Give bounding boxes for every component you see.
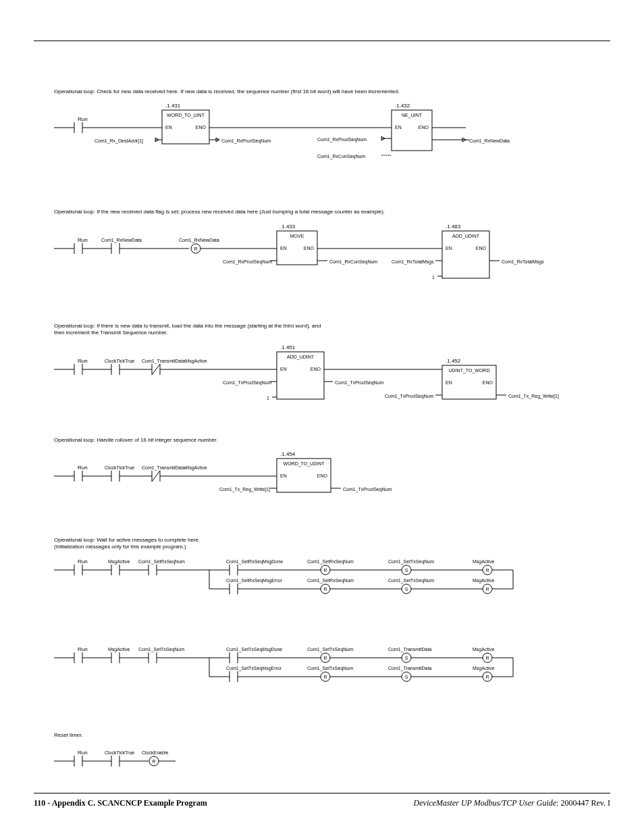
svg-text:ClockTickTrue: ClockTickTrue xyxy=(105,359,134,363)
svg-text:Run: Run xyxy=(78,558,88,565)
svg-text:Com1_SetTxSeqMsgDone: Com1_SetTxSeqMsgDone xyxy=(226,647,282,652)
rung6-comment: Reset timer. xyxy=(54,732,590,739)
svg-text:.1.452: .1.452 xyxy=(446,358,461,364)
svg-text:WORD_TO_UINT: WORD_TO_UINT xyxy=(167,113,205,118)
svg-text:Com1_SetTxSeqNum: Com1_SetTxSeqNum xyxy=(388,559,434,565)
svg-text:Com1_RxProdSeqNum: Com1_RxProdSeqNum xyxy=(221,138,271,144)
svg-line-70 xyxy=(152,364,160,375)
svg-text:Run: Run xyxy=(78,750,88,756)
svg-text:UDINT_TO_WORD: UDINT_TO_WORD xyxy=(449,368,490,373)
svg-text:Com1_SetTxSeqNum: Com1_SetTxSeqNum xyxy=(307,647,353,652)
svg-text:Com1_RxProdSeqNum: Com1_RxProdSeqNum xyxy=(317,137,367,142)
svg-text:R: R xyxy=(194,246,197,251)
svg-text:Com1_RxTotalMsgs: Com1_RxTotalMsgs xyxy=(502,259,544,265)
svg-text:S: S xyxy=(405,656,408,660)
svg-text:Run: Run xyxy=(78,646,88,652)
svg-text:Com1_SetTxSeqNum: Com1_SetTxSeqNum xyxy=(138,647,184,652)
svg-text:Com1_RxProdSeqNum: Com1_RxProdSeqNum xyxy=(223,259,272,265)
svg-text:Com1_SetRxSeqNum: Com1_SetRxSeqNum xyxy=(138,559,185,565)
svg-text:.1.454: .1.454 xyxy=(280,451,296,457)
rung4: Run ClockTickTrue Com1_TransmitDataMsgAc… xyxy=(54,449,590,517)
svg-text:MsgActive: MsgActive xyxy=(473,666,494,671)
footer-right: DeviceMaster UP Modbus/TCP User Guide: 2… xyxy=(414,798,610,808)
svg-text:Com1_RxNewData: Com1_RxNewData xyxy=(179,238,219,243)
svg-text:1: 1 xyxy=(267,396,269,400)
svg-text:Com1_RxConSeqNum: Com1_RxConSeqNum xyxy=(329,259,377,265)
svg-text:ENO: ENO xyxy=(483,380,493,385)
rung5-row2: Run MsgActive Com1_SetTxSeqNum Com1_SetT… xyxy=(54,644,590,712)
rung2-comment: Operational loop: If the new received da… xyxy=(54,209,590,215)
svg-text:EN: EN xyxy=(395,125,402,130)
svg-text:ADD_UDINT: ADD_UDINT xyxy=(287,355,315,360)
svg-text:ENO: ENO xyxy=(304,246,315,251)
svg-text:Com1_SetRxSeqNum: Com1_SetRxSeqNum xyxy=(307,559,354,565)
svg-text:EN: EN xyxy=(280,473,287,478)
rung1: Run .1.431 WORD_TO_UINT EN ENO Com1_Rx_D… xyxy=(54,101,590,188)
svg-text:.1.432: .1.432 xyxy=(395,103,410,109)
svg-text:1: 1 xyxy=(432,275,435,280)
svg-text:MsgActive: MsgActive xyxy=(473,578,494,583)
svg-text:R: R xyxy=(485,675,489,679)
svg-text:.1.433: .1.433 xyxy=(280,224,296,230)
svg-text:.1.451: .1.451 xyxy=(280,344,296,350)
svg-text:ClockEnable: ClockEnable xyxy=(142,750,168,755)
svg-text:WORD_TO_UDINT: WORD_TO_UDINT xyxy=(284,461,325,467)
svg-text:Com1_TransmitDataMsgActive: Com1_TransmitDataMsgActive xyxy=(142,465,207,471)
svg-text:R: R xyxy=(152,759,155,764)
rung1-comment: Operational loop: Check for new data rec… xyxy=(54,88,590,95)
svg-text:R: R xyxy=(485,587,489,592)
footer-left: 110 - Appendix C. SCANCNCP Example Progr… xyxy=(34,798,207,808)
svg-text:ENO: ENO xyxy=(317,473,328,478)
svg-text:Com1_TransmitData: Com1_TransmitData xyxy=(388,666,431,671)
svg-text:Com1_SetTxSeqNum: Com1_SetTxSeqNum xyxy=(388,578,434,583)
svg-line-105 xyxy=(152,471,160,481)
svg-text:Run: Run xyxy=(78,358,88,364)
svg-text:NE_UINT: NE_UINT xyxy=(402,113,423,118)
rung2: Run Com1_RxNewData Com1_RxNewData R .1.4… xyxy=(54,221,590,303)
svg-text:EN: EN xyxy=(165,125,172,130)
svg-text:R: R xyxy=(485,656,489,660)
svg-text:R: R xyxy=(323,675,327,679)
svg-text:ClockTickTrue: ClockTickTrue xyxy=(105,465,134,470)
svg-text:ENO: ENO xyxy=(196,125,207,130)
svg-text:ClockTickTrue: ClockTickTrue xyxy=(105,750,134,755)
svg-text:ENO: ENO xyxy=(311,367,321,371)
svg-text:Com1_TransmitData: Com1_TransmitData xyxy=(388,647,431,652)
svg-text:Com1_SetRxSeqNum: Com1_SetRxSeqNum xyxy=(307,578,354,583)
svg-text:Com1_Tx_Reg_Write[1]: Com1_Tx_Reg_Write[1] xyxy=(219,487,270,492)
svg-text:Com1_TransmitDataMsgActive: Com1_TransmitDataMsgActive xyxy=(142,359,207,364)
svg-text:Com1_RxTotalMsgs: Com1_RxTotalMsgs xyxy=(392,259,434,265)
svg-text:MsgActive: MsgActive xyxy=(108,647,130,652)
svg-text:Com1_RxNewData: Com1_RxNewData xyxy=(469,138,510,144)
svg-text:R: R xyxy=(485,568,489,573)
svg-text:R: R xyxy=(323,587,327,592)
svg-text:Com1_SetRxSeqMsgError: Com1_SetRxSeqMsgError xyxy=(226,578,283,583)
run-label: Run xyxy=(78,116,88,122)
rung4-comment: Operational loop: Handle rollover of 16 … xyxy=(54,437,590,444)
svg-text:ADD_UDINT: ADD_UDINT xyxy=(452,234,480,239)
svg-text:EN: EN xyxy=(280,367,287,371)
svg-text:Com1_TxProdSeqNum: Com1_TxProdSeqNum xyxy=(385,394,434,399)
svg-text:R: R xyxy=(323,656,327,660)
svg-text:S: S xyxy=(405,587,408,592)
svg-text:EN: EN xyxy=(446,380,452,385)
svg-text:Com1_Tx_Reg_Write[1]: Com1_Tx_Reg_Write[1] xyxy=(508,394,559,399)
svg-text:EN: EN xyxy=(280,246,287,251)
svg-text:MsgActive: MsgActive xyxy=(473,647,494,652)
svg-text:MsgActive: MsgActive xyxy=(108,559,130,565)
svg-text:Com1_TxProdSeqNum: Com1_TxProdSeqNum xyxy=(343,487,392,492)
svg-text:Com1_RxConSeqNum: Com1_RxConSeqNum xyxy=(317,154,365,159)
svg-text:Run: Run xyxy=(78,237,88,243)
rung5-row1: Run MsgActive Com1_SetRxSeqNum Com1_SetR… xyxy=(54,556,590,624)
rung3: Run ClockTickTrue Com1_TransmitDataMsgAc… xyxy=(54,342,590,417)
svg-text:EN: EN xyxy=(446,246,452,251)
svg-text:Com1_RxNewData: Com1_RxNewData xyxy=(101,238,142,243)
svg-text:Com1_SetRxSeqMsgDone: Com1_SetRxSeqMsgDone xyxy=(226,559,283,565)
rung3-comment: Operational loop: If there is new data t… xyxy=(54,323,590,337)
svg-text:Com1_TxProdSeqNum: Com1_TxProdSeqNum xyxy=(223,380,272,386)
rung5-comment: Operational loop: Wait for active messag… xyxy=(54,537,590,551)
svg-text:Com1_SetTxSeqNum: Com1_SetTxSeqNum xyxy=(307,666,353,671)
svg-text:R: R xyxy=(323,568,327,573)
svg-text:.1.483: .1.483 xyxy=(446,224,461,230)
block1-id: .1.431 xyxy=(165,103,181,109)
